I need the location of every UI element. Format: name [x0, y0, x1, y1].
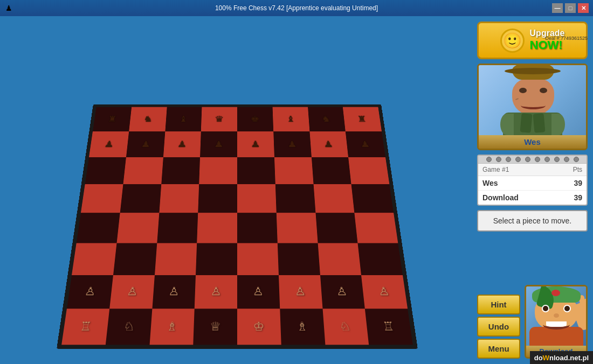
chess-cell[interactable] — [81, 184, 123, 213]
chess-cell[interactable]: ♚ — [237, 107, 273, 131]
chess-cell[interactable] — [348, 157, 389, 184]
chess-cell[interactable] — [355, 213, 398, 243]
buttons-column: Hint Undo Menu — [477, 295, 520, 359]
close-button[interactable]: ✕ — [578, 3, 589, 13]
chess-cell[interactable] — [274, 157, 313, 184]
chess-cell[interactable]: ♟ — [273, 131, 311, 157]
chess-cell[interactable]: ♟ — [89, 131, 129, 157]
spiral-dot — [564, 157, 569, 162]
chess-cell[interactable] — [199, 157, 237, 184]
chess-cell[interactable]: ♝ — [272, 107, 309, 131]
chess-piece: ♝ — [178, 115, 189, 123]
chess-cell[interactable] — [237, 157, 275, 184]
chess-cell[interactable] — [315, 213, 358, 243]
download-score-value: 39 — [574, 193, 582, 202]
chess-cell[interactable] — [197, 213, 237, 243]
main-content: ♜♞♝♛♚♝♞♜♟♟♟♟♟♟♟♟♙♙♙♙♙♙♙♙♖♘♗♕♔♗♘♖ Deal #:… — [0, 16, 593, 364]
chess-cell[interactable] — [120, 184, 161, 213]
hint-button[interactable]: Hint — [477, 295, 520, 314]
menu-button[interactable]: Menu — [477, 339, 520, 359]
chess-cell[interactable]: ♙ — [109, 275, 155, 309]
chess-cell[interactable] — [159, 184, 199, 213]
chess-cell[interactable]: ♙ — [67, 275, 113, 309]
download-avatar[interactable]: Download — [525, 285, 588, 359]
chess-cell[interactable]: ♞ — [308, 107, 346, 131]
chess-cell[interactable] — [198, 184, 237, 213]
wes-avatar-image — [479, 65, 586, 135]
chess-cell[interactable] — [311, 157, 351, 184]
chess-cell[interactable]: ♟ — [309, 131, 348, 157]
chess-cell[interactable]: ♜ — [93, 107, 132, 131]
chess-cell[interactable] — [237, 184, 277, 213]
spiral-dot — [496, 157, 501, 162]
chess-cell[interactable]: ♖ — [61, 309, 109, 345]
chess-piece: ♙ — [336, 286, 348, 297]
smiley-icon: 🙂 — [500, 29, 525, 53]
chess-piece: ♟ — [104, 140, 114, 149]
chess-cell[interactable]: ♙ — [361, 275, 408, 309]
chess-cell[interactable] — [116, 213, 159, 243]
undo-button[interactable]: Undo — [477, 317, 520, 337]
chess-cell[interactable]: ♞ — [129, 107, 167, 131]
chess-piece: ♖ — [79, 320, 92, 332]
chess-cell[interactable]: ♘ — [106, 309, 152, 345]
chess-cell[interactable]: ♕ — [194, 309, 237, 345]
spiral-dot — [525, 157, 530, 162]
chess-piece: ♙ — [252, 286, 264, 297]
status-message: Select a piece to move. — [477, 210, 588, 232]
chess-cell[interactable]: ♜ — [343, 107, 382, 131]
chess-cell[interactable] — [358, 243, 403, 275]
chess-cell[interactable] — [351, 184, 394, 213]
chess-cell[interactable] — [318, 243, 361, 275]
chess-cell[interactable]: ♘ — [322, 309, 369, 345]
chess-cell[interactable] — [123, 157, 163, 184]
chess-cell[interactable] — [237, 243, 279, 275]
chess-cell[interactable] — [113, 243, 157, 275]
chess-cell[interactable]: ♟ — [237, 131, 274, 157]
chess-cell[interactable] — [72, 243, 116, 275]
chess-cell[interactable]: ♗ — [149, 309, 195, 345]
chess-cell[interactable]: ♗ — [280, 309, 325, 345]
chess-cell[interactable] — [155, 243, 197, 275]
chess-piece: ♛ — [215, 115, 224, 123]
chess-cell[interactable] — [157, 213, 198, 243]
chess-piece: ♞ — [321, 115, 332, 123]
chess-cell[interactable]: ♙ — [152, 275, 196, 309]
chess-cell[interactable]: ♔ — [237, 309, 281, 345]
chess-cell[interactable] — [85, 157, 126, 184]
chess-piece: ♖ — [382, 320, 395, 332]
spiral-dot — [486, 157, 492, 162]
chess-cell[interactable]: ♙ — [195, 275, 237, 309]
chess-cell[interactable]: ♟ — [346, 131, 385, 157]
chess-board-container[interactable]: ♜♞♝♛♚♝♞♜♟♟♟♟♟♟♟♟♙♙♙♙♙♙♙♙♖♘♗♕♔♗♘♖ — [57, 104, 418, 349]
chess-cell[interactable]: ♙ — [279, 275, 322, 309]
chess-piece: ♙ — [210, 286, 222, 297]
app-icon: ♟ — [4, 4, 13, 12]
spiral-dot — [574, 157, 579, 162]
chess-piece: ♟ — [323, 140, 334, 149]
chess-cell[interactable] — [196, 243, 237, 275]
chess-cell[interactable]: ♖ — [365, 309, 413, 345]
chess-cell[interactable]: ♙ — [320, 275, 365, 309]
chess-piece: ♟ — [360, 140, 370, 149]
chess-cell[interactable] — [277, 213, 318, 243]
footer-text: download.net.pl — [534, 353, 589, 362]
chess-cell[interactable] — [77, 213, 120, 243]
chess-cell[interactable]: ♛ — [201, 107, 237, 131]
spiral-dot — [515, 157, 521, 162]
spiral-dot — [544, 157, 550, 162]
spiral-dot — [554, 157, 560, 162]
chess-cell[interactable] — [161, 157, 200, 184]
chess-cell[interactable]: ♙ — [237, 275, 280, 309]
chess-cell[interactable] — [237, 213, 278, 243]
chess-cell[interactable] — [313, 184, 354, 213]
chess-cell[interactable]: ♟ — [200, 131, 237, 157]
minimize-button[interactable]: — — [552, 3, 563, 13]
chess-cell[interactable] — [275, 184, 315, 213]
chess-cell[interactable]: ♟ — [163, 131, 201, 157]
chess-cell[interactable]: ♟ — [126, 131, 165, 157]
chess-cell[interactable]: ♝ — [165, 107, 202, 131]
maximize-button[interactable]: □ — [565, 3, 576, 13]
chess-cell[interactable] — [278, 243, 320, 275]
chess-piece: ♞ — [143, 115, 153, 123]
